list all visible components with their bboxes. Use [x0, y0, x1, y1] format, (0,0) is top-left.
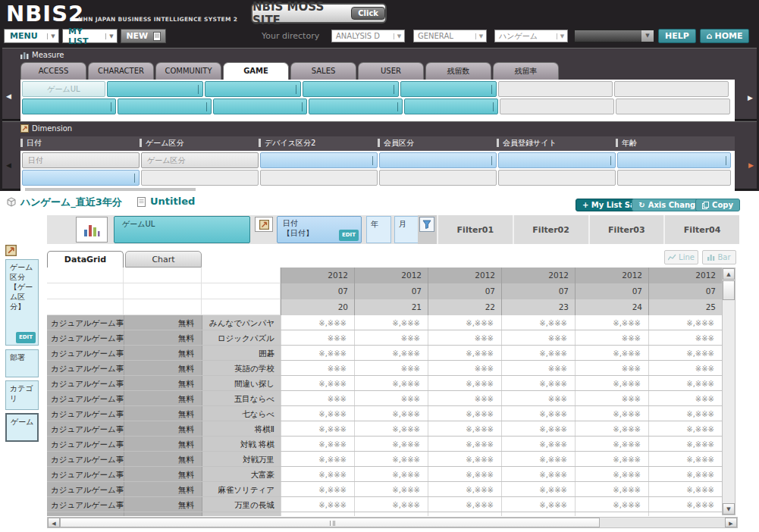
data-cell[interactable]: ※,※※※ [575, 406, 648, 421]
analysis-dropdown[interactable]: ANALYSIS D ▼ [331, 30, 405, 42]
scroll-right-icon[interactable]: ▶ [725, 518, 737, 527]
sidebar-item-game-kubun[interactable]: ゲーム区分【ゲーム区分】 EDIT [5, 259, 39, 346]
day-header-cell[interactable]: 25 [648, 299, 722, 315]
home-button[interactable]: ⌂ HOME [700, 29, 749, 43]
data-cell[interactable]: ※,※※※ [501, 482, 575, 496]
dimension-empty-cell[interactable] [379, 170, 497, 186]
row-game-cell[interactable]: 万里の長城 [202, 497, 281, 512]
day-header-cell[interactable]: 23 [501, 299, 575, 315]
row-price-cell[interactable]: 無料 [124, 330, 202, 345]
data-cell[interactable]: ※,※※※ [281, 406, 354, 421]
year-header-cell[interactable]: 2012 [281, 268, 354, 283]
data-cell[interactable]: ※,※※※ [428, 467, 501, 481]
data-cell[interactable]: ※※※ [281, 361, 354, 375]
measure-chip[interactable] [404, 99, 498, 114]
data-cell[interactable]: ※,※※※ [575, 421, 648, 436]
month-header-cell[interactable]: 07 [428, 283, 501, 299]
data-cell[interactable]: ※,※※※ [575, 467, 648, 481]
data-cell[interactable]: ※,※※※ [354, 467, 428, 481]
data-cell[interactable]: ※,※※※ [575, 376, 648, 390]
data-cell[interactable]: ※,※※※ [575, 437, 648, 451]
row-price-cell[interactable]: 無料 [124, 346, 202, 360]
sidebar-item-game[interactable]: ゲーム [5, 413, 39, 442]
measure-axis-icon-button[interactable] [76, 217, 108, 243]
measure-chip-game-ul[interactable]: ゲームUL [22, 81, 105, 97]
copy-button[interactable]: Copy [695, 199, 740, 211]
measure-hscrollbar[interactable] [22, 116, 733, 121]
empty-dropdown[interactable]: ▼ [574, 30, 654, 42]
line-chart-button[interactable]: Line [664, 250, 698, 264]
row-category-cell[interactable]: カジュアルゲーム事... [47, 421, 124, 436]
data-cell[interactable]: ※,※※※ [648, 497, 722, 512]
measure-empty-cell[interactable] [498, 81, 613, 97]
general-dropdown[interactable]: GENERAL ▼ [413, 30, 487, 42]
filter-slot-4[interactable]: Filter04 [663, 215, 739, 244]
row-price-cell[interactable]: 無料 [124, 452, 202, 466]
dimension-empty-cell[interactable] [260, 170, 378, 186]
data-cell[interactable]: ※※※ [575, 391, 648, 405]
data-cell[interactable]: ※,※※※ [501, 346, 575, 360]
data-cell[interactable]: ※※※ [648, 361, 722, 375]
help-button[interactable]: HELP [658, 29, 696, 43]
row-category-cell[interactable]: カジュアルゲーム事... [47, 330, 124, 345]
measure-scroll-left-icon[interactable]: ◀ [6, 92, 11, 100]
data-cell[interactable]: ※,※※※ [648, 467, 722, 481]
data-cell[interactable]: ※,※※※ [428, 452, 501, 466]
row-game-cell[interactable]: 将棋Ⅱ [202, 421, 281, 436]
measure-chip[interactable] [22, 99, 116, 114]
data-cell[interactable]: ※,※※※ [575, 315, 648, 330]
data-cell[interactable]: ※,※※※ [501, 497, 575, 512]
data-cell[interactable]: ※※※ [648, 330, 722, 345]
data-cell[interactable]: ※※※ [281, 391, 354, 405]
day-header-cell[interactable]: 22 [428, 299, 501, 315]
row-game-cell[interactable]: 対戦 将棋 [202, 437, 281, 451]
month-header-cell[interactable]: 07 [281, 283, 354, 299]
month-header-cell[interactable]: 07 [648, 283, 722, 299]
row-category-cell[interactable]: カジュアルゲーム事... [47, 482, 124, 496]
data-cell[interactable]: ※,※※※ [428, 482, 501, 496]
row-category-cell[interactable]: カジュアルゲーム事... [47, 467, 124, 481]
filter-slot-3[interactable]: Filter03 [588, 215, 664, 244]
data-cell[interactable]: ※,※※※ [354, 437, 428, 451]
dimension-scroll-right-icon[interactable]: ▶ [748, 161, 754, 169]
tab-access[interactable]: ACCESS [20, 62, 86, 80]
data-cell[interactable]: ※,※※※ [428, 315, 501, 330]
data-cell[interactable]: ※,※※※ [501, 421, 575, 436]
data-cell[interactable]: ※,※※※ [648, 421, 722, 436]
row-category-cell[interactable]: カジュアルゲーム事... [47, 376, 124, 390]
data-cell[interactable]: ※※※ [354, 330, 428, 345]
axis-date-chip[interactable]: 日付 【日付】 EDIT [277, 216, 362, 243]
tab-chart[interactable]: Chart [125, 251, 202, 268]
dimension-empty-cell[interactable] [498, 170, 616, 186]
data-cell[interactable]: ※,※※※ [354, 497, 428, 512]
day-header-cell[interactable]: 20 [281, 299, 354, 315]
row-category-cell[interactable]: カジュアルゲーム事... [47, 497, 124, 512]
data-cell[interactable]: ※,※※※ [428, 376, 501, 390]
data-cell[interactable]: ※,※※※ [428, 421, 501, 436]
data-cell[interactable]: ※,※※※ [501, 437, 575, 451]
row-price-cell[interactable]: 無料 [124, 391, 202, 405]
measure-chip[interactable] [303, 81, 399, 97]
measure-chip[interactable] [205, 81, 301, 97]
data-cell[interactable]: ※,※※※ [281, 482, 354, 496]
table-hscrollbar[interactable]: ◀ ▶ [47, 517, 738, 528]
bar-chart-button[interactable]: Bar [702, 250, 736, 264]
data-cell[interactable]: ※,※※※ [354, 452, 428, 466]
dimension-chip[interactable] [379, 152, 497, 168]
tab-zanryusu[interactable]: 残留数 [425, 62, 491, 80]
data-cell[interactable]: ※,※※※ [501, 315, 575, 330]
sidebar-edit-button[interactable]: EDIT [16, 332, 36, 343]
data-cell[interactable]: ※※※ [648, 391, 722, 405]
data-cell[interactable]: ※,※※※ [648, 437, 722, 451]
table-vscrollbar[interactable]: ▲ ▼ [722, 268, 735, 515]
year-header-cell[interactable]: 2012 [428, 268, 501, 283]
row-category-cell[interactable]: カジュアルゲーム事... [47, 391, 124, 405]
row-category-cell[interactable]: カジュアルゲーム事... [47, 361, 124, 375]
data-cell[interactable]: ※,※※※ [501, 406, 575, 421]
tab-datagrid[interactable]: DataGrid [47, 251, 124, 268]
filter-slot-2[interactable]: Filter02 [513, 215, 588, 244]
new-button[interactable]: NEW [121, 29, 166, 43]
moss-site-button[interactable]: NBIS MOSS SITE Click [251, 3, 387, 23]
dimension-scroll-left-icon[interactable]: ◀ [6, 161, 11, 169]
row-game-cell[interactable]: 大富豪 [202, 467, 281, 481]
